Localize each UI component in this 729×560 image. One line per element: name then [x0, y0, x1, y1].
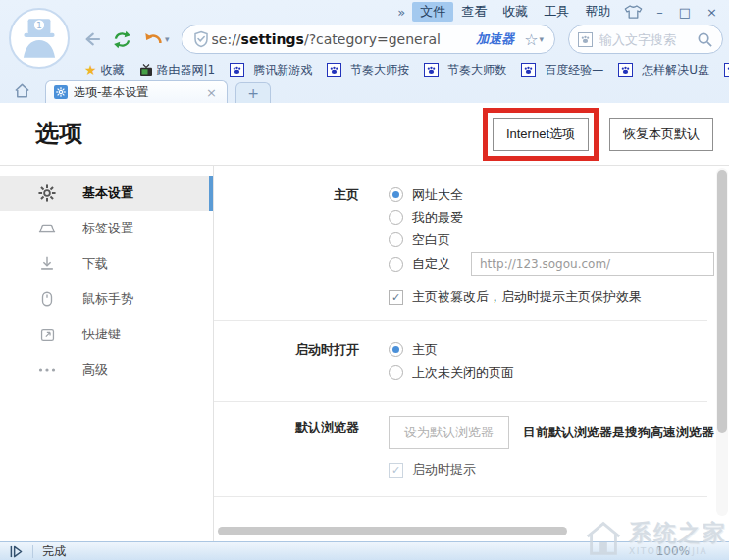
search-magnifier-icon[interactable] [694, 31, 713, 48]
default-browser-section: 默认浏览器 设为默认浏览器 目前默认浏览器是搜狗高速浏览器 启动时提示 [214, 402, 729, 496]
red-annotation-box: Internet选项 [483, 108, 599, 161]
menu-item-view[interactable]: 查看 [453, 2, 495, 22]
radio-icon[interactable] [389, 365, 403, 380]
menu-item-help[interactable]: 帮助 [577, 2, 618, 22]
bookmark-rhythm-master-2[interactable]: 节奏大师数 [424, 62, 506, 78]
sidebar-item-download[interactable]: 下载 [0, 246, 213, 281]
custom-homepage-input[interactable] [471, 252, 714, 276]
browser-window: » 文件 查看 收藏 工具 帮助 – □ × 1 [0, 0, 729, 560]
accelerator-link[interactable]: 加速器 [476, 30, 514, 48]
menu-item-tools[interactable]: 工具 [536, 2, 577, 22]
url-scheme: se:// [212, 31, 241, 47]
sidebar-toggle-icon[interactable] [9, 545, 24, 558]
checkbox-icon[interactable] [389, 463, 403, 478]
paw-icon [521, 63, 536, 77]
address-bar[interactable]: se://settings/?category=general 加速器 ☆ ▾ [182, 25, 555, 54]
homepage-option-favorites[interactable]: 我的最爱 [389, 206, 714, 229]
bookmark-label: 百度经验— [545, 62, 603, 78]
startup-prompt-checkbox-row[interactable]: 启动时提示 [389, 459, 714, 481]
restore-defaults-button[interactable]: 恢复本页默认 [609, 118, 713, 151]
bookmark-baidu-experience[interactable]: 百度经验— [521, 62, 603, 78]
page-title: 选项 [35, 118, 82, 149]
zoom-level[interactable]: 100% [656, 544, 690, 558]
favorite-star-icon[interactable]: ☆ [524, 30, 538, 49]
startup-option-last-session[interactable]: 上次未关闭的页面 [389, 361, 514, 383]
bookmark-unlabeled[interactable] [724, 63, 729, 77]
minimize-button[interactable]: – [649, 5, 671, 20]
checkbox-icon[interactable] [389, 290, 403, 305]
bookmark-usb-fix[interactable]: 怎样解决U盘 [618, 62, 709, 78]
startup-option-homepage[interactable]: 主页 [389, 338, 514, 361]
skin-shirt-icon[interactable] [618, 4, 649, 20]
tab-bar: 选项-基本设置 × + [0, 80, 729, 103]
user-avatar[interactable]: 1 [9, 8, 70, 69]
paw-icon [424, 63, 439, 77]
horizontal-scrollbar-thumb[interactable] [218, 527, 567, 535]
bookmark-label: 怎样解决U盘 [642, 62, 709, 78]
startup-section: 启动时打开 主页 上次未关闭的页面 [214, 321, 729, 401]
sidebar-item-shortcuts[interactable]: 快捷键 [0, 317, 213, 352]
menu-item-favorites[interactable]: 收藏 [495, 2, 536, 22]
homepage-option-custom[interactable]: 自定义 [389, 251, 714, 277]
search-engine-paw-icon[interactable] [578, 32, 593, 47]
radio-icon[interactable] [389, 257, 403, 272]
url-text: se://settings/?category=general [212, 31, 441, 47]
search-box[interactable] [568, 25, 723, 54]
gear-icon [54, 85, 68, 99]
radio-icon[interactable] [389, 232, 403, 247]
refresh-icon[interactable] [109, 29, 135, 50]
sidebar-item-tab-settings[interactable]: 标签设置 [0, 211, 213, 246]
undo-icon[interactable]: ▾ [140, 30, 173, 49]
download-icon [37, 255, 57, 273]
bookmark-favorites[interactable]: ★ 收藏 [84, 62, 125, 78]
homepage-protect-checkbox-row[interactable]: 主页被篡改后，启动时提示主页保护效果 [389, 286, 714, 308]
homepage-option-blank[interactable]: 空白页 [389, 229, 714, 251]
vertical-scrollbar-thumb[interactable] [717, 170, 727, 433]
tv-icon [139, 64, 153, 76]
navigation-toolbar: ▾ se://settings/?category=general 加速器 ☆ … [78, 23, 723, 56]
paw-icon [724, 63, 729, 77]
shield-check-icon [193, 30, 212, 48]
sidebar-item-label: 基本设置 [82, 184, 133, 202]
tab-title: 选项-基本设置 [74, 84, 204, 101]
bookmark-rhythm-master-1[interactable]: 节奏大师按 [327, 62, 409, 78]
sidebar-item-mouse-gestures[interactable]: 鼠标手势 [0, 281, 213, 317]
default-browser-note: 目前默认浏览器是搜狗高速浏览器 [523, 424, 714, 441]
address-dropdown-icon[interactable]: ▾ [539, 34, 544, 44]
radio-icon[interactable] [389, 342, 403, 357]
option-label: 空白页 [412, 231, 450, 249]
undo-dropdown-icon[interactable]: ▾ [165, 34, 170, 44]
close-button[interactable]: × [699, 5, 725, 20]
sidebar-item-basic-settings[interactable]: 基本设置 [0, 176, 213, 211]
settings-page: 选项 Internet选项 恢复本页默认 [0, 103, 729, 541]
bookmark-router[interactable]: 路由器网|1 [139, 62, 216, 78]
settings-main: 主页 网址大全 我的最爱 空白页 [214, 166, 729, 541]
menu-item-file[interactable]: 文件 [412, 2, 453, 22]
tab-options-settings[interactable]: 选项-基本设置 × [45, 80, 228, 103]
option-label: 网址大全 [412, 186, 463, 204]
svg-text:1: 1 [36, 20, 42, 30]
option-label: 自定义 [412, 255, 450, 273]
radio-icon[interactable] [389, 210, 403, 225]
homepage-option-navsite[interactable]: 网址大全 [389, 183, 714, 206]
search-input[interactable] [598, 31, 694, 48]
back-icon[interactable] [78, 31, 104, 47]
menu-overflow-icon[interactable]: » [391, 5, 412, 20]
status-text: 完成 [42, 543, 66, 560]
statusbar-divider [32, 545, 33, 558]
internet-options-button[interactable]: Internet选项 [493, 118, 589, 151]
home-icon[interactable] [13, 82, 31, 103]
tab-close-icon[interactable]: × [204, 85, 219, 100]
checkbox-label: 主页被篡改后，启动时提示主页保护效果 [412, 288, 642, 306]
sidebar-item-advanced[interactable]: 高级 [0, 352, 213, 387]
homepage-label: 主页 [214, 183, 359, 308]
default-browser-label: 默认浏览器 [214, 416, 359, 481]
radio-icon[interactable] [389, 187, 403, 202]
bookmark-tencent-games[interactable]: 腾讯新游戏 [230, 62, 312, 78]
bookmarks-bar: ★ 收藏 路由器网|1 腾讯新游戏 节奏大师按 [84, 60, 725, 79]
new-tab-button[interactable]: + [235, 82, 271, 103]
set-default-browser-button[interactable]: 设为默认浏览器 [389, 416, 509, 449]
checkbox-label: 启动时提示 [412, 461, 476, 479]
maximize-button[interactable]: □ [671, 5, 699, 20]
sidebar-item-label: 标签设置 [82, 220, 133, 237]
